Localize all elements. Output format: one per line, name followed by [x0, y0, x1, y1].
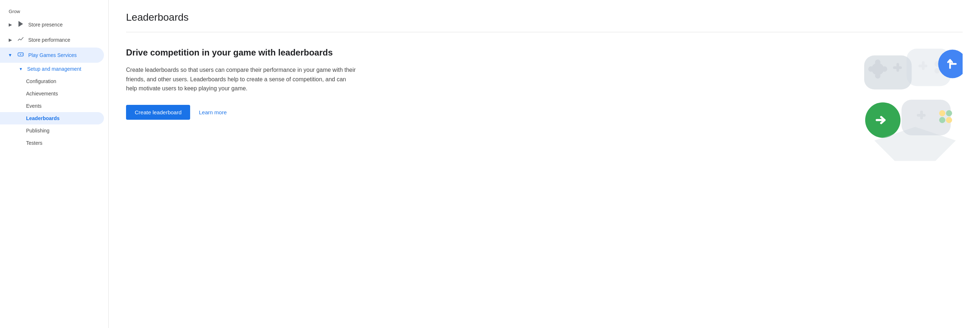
svg-point-4 [22, 54, 22, 55]
sidebar-item-store-performance[interactable]: ▶ Store performance [0, 32, 104, 48]
promo-heading: Drive competition in your game with lead… [126, 47, 358, 58]
sidebar-subsubitem-publishing-label: Publishing [26, 128, 49, 133]
sidebar-subitem-setup-management[interactable]: ▼ Setup and management [0, 63, 104, 75]
svg-point-28 [939, 117, 945, 123]
svg-rect-25 [920, 110, 923, 119]
sidebar-subsubitem-achievements-label: Achievements [26, 91, 58, 96]
sidebar-subsubitem-leaderboards-label: Leaderboards [26, 115, 60, 121]
learn-more-link[interactable]: Learn more [199, 109, 227, 115]
text-section: Drive competition in your game with lead… [126, 47, 358, 120]
svg-point-5 [22, 54, 23, 55]
page-title: Leaderboards [126, 11, 963, 23]
sidebar-subsubitem-testers[interactable]: Testers [0, 137, 104, 149]
main-content: Leaderboards Drive competition in your g… [109, 0, 980, 328]
svg-point-11 [882, 66, 887, 72]
store-performance-icon [18, 36, 24, 44]
svg-point-26 [939, 110, 945, 117]
sidebar-item-store-presence-label: Store presence [28, 22, 98, 27]
sidebar-subsubitem-publishing[interactable]: Publishing [0, 125, 104, 137]
sidebar-subsubitem-events[interactable]: Events [0, 100, 104, 112]
chevron-down-icon-games: ▼ [7, 53, 13, 58]
sidebar-subsubitem-achievements[interactable]: Achievements [0, 88, 104, 100]
promo-description: Create leaderboards so that users can co… [126, 65, 358, 93]
divider [126, 32, 963, 32]
sidebar-item-play-games[interactable]: ▼ Play Games Services [0, 48, 104, 63]
chevron-right-icon-perf: ▶ [7, 37, 13, 42]
svg-point-8 [875, 59, 880, 65]
store-presence-icon [18, 21, 24, 29]
game-controller-illustration [854, 40, 963, 166]
sidebar: Grow ▶ Store presence ▶ Store performanc… [0, 0, 109, 328]
chevron-down-setup-icon: ▼ [19, 67, 23, 71]
sidebar-subsubitem-leaderboards[interactable]: Leaderboards [0, 112, 104, 125]
svg-rect-6 [864, 56, 912, 90]
sidebar-subitem-setup-label: Setup and management [27, 66, 81, 72]
illustration [854, 40, 963, 166]
play-games-icon [18, 51, 24, 59]
svg-rect-13 [896, 63, 899, 72]
sidebar-subsubitem-configuration[interactable]: Configuration [0, 75, 104, 88]
actions: Create leaderboard Learn more [126, 105, 358, 120]
sidebar-subsubitem-events-label: Events [26, 103, 41, 109]
sidebar-item-store-performance-label: Store performance [28, 37, 98, 43]
chevron-right-icon: ▶ [7, 22, 13, 27]
sidebar-subsubitem-configuration-label: Configuration [26, 78, 56, 84]
sidebar-item-play-games-label: Play Games Services [28, 52, 98, 58]
sidebar-item-store-presence[interactable]: ▶ Store presence [0, 17, 104, 32]
sidebar-subsubitem-testers-label: Testers [26, 140, 42, 146]
svg-rect-20 [922, 61, 925, 70]
create-leaderboard-button[interactable]: Create leaderboard [126, 105, 190, 120]
sidebar-section-grow: Grow [0, 6, 108, 17]
content-area: Drive competition in your game with lead… [126, 47, 963, 166]
svg-point-9 [875, 73, 880, 79]
svg-point-27 [946, 110, 952, 117]
svg-point-10 [868, 66, 873, 72]
svg-marker-0 [19, 21, 23, 27]
svg-point-29 [946, 117, 952, 123]
